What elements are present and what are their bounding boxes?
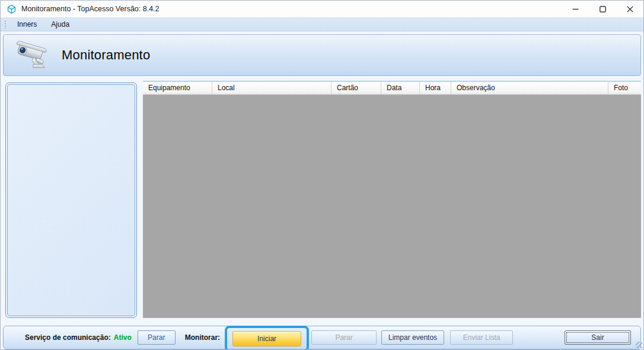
column-header-data[interactable]: Data <box>381 82 420 94</box>
menu-item-inners[interactable]: Inners <box>10 18 44 30</box>
window-controls <box>562 1 643 17</box>
service-status-label: Serviço de comunicação: <box>25 333 111 342</box>
device-list-panel[interactable] <box>5 82 137 318</box>
main-content: Equipamento Local Cartão Data Hora Obser… <box>1 76 643 320</box>
events-table: Equipamento Local Cartão Data Hora Obser… <box>143 81 641 318</box>
minimize-icon <box>572 6 579 12</box>
enviar-lista-button[interactable]: Enviar Lista <box>450 330 513 345</box>
events-table-body <box>143 95 641 318</box>
page-title: Monitoramento <box>62 47 150 63</box>
service-status-value: Ativo <box>114 333 132 342</box>
parar-monitor-button[interactable]: Parar <box>311 330 377 345</box>
column-header-hora[interactable]: Hora <box>420 82 451 94</box>
column-header-local[interactable]: Local <box>212 82 331 94</box>
close-icon <box>627 6 633 12</box>
toolbar-grip-handle[interactable] <box>4 20 7 28</box>
menu-item-ajuda[interactable]: Ajuda <box>44 18 76 30</box>
app-cube-icon <box>7 4 17 14</box>
maximize-icon <box>600 6 606 12</box>
bottom-action-bar: Serviço de comunicação: Ativo Parar Moni… <box>3 326 641 349</box>
minimize-button[interactable] <box>562 1 589 17</box>
monitorar-label: Monitorar: <box>185 333 220 342</box>
sair-button[interactable]: Sair <box>565 330 631 345</box>
events-table-header-row: Equipamento Local Cartão Data Hora Obser… <box>143 82 641 95</box>
app-window: Monitoramento - TopAcesso Versão: 8.4.2 … <box>0 0 644 350</box>
parar-service-button[interactable]: Parar <box>138 330 176 345</box>
column-header-observacao[interactable]: Observação <box>451 82 608 94</box>
limpar-eventos-button[interactable]: Limpar eventos <box>381 330 444 345</box>
window-resize-grip[interactable] <box>636 342 642 348</box>
close-button[interactable] <box>616 1 643 17</box>
maximize-button[interactable] <box>589 1 616 17</box>
header-banner: Monitoramento <box>3 34 641 76</box>
title-bar: Monitoramento - TopAcesso Versão: 8.4.2 <box>1 1 643 17</box>
column-header-foto[interactable]: Foto <box>608 82 641 94</box>
column-header-cartao[interactable]: Cartão <box>331 82 381 94</box>
click-highlight-box: Iniciar <box>225 326 309 350</box>
column-header-equipamento[interactable]: Equipamento <box>143 82 212 94</box>
menu-bar: Inners Ajuda <box>1 17 643 31</box>
iniciar-button[interactable]: Iniciar <box>232 331 301 346</box>
window-title: Monitoramento - TopAcesso Versão: 8.4.2 <box>21 5 160 13</box>
cctv-camera-icon <box>15 38 49 72</box>
device-list-empty-area <box>7 84 135 316</box>
